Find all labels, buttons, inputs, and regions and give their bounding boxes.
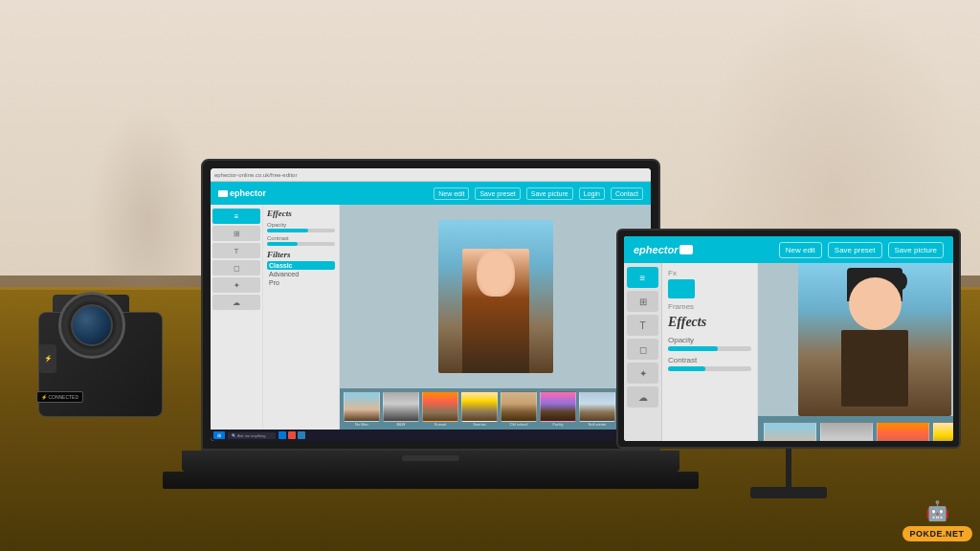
opacity-fill	[267, 229, 308, 232]
monitor-screen: ephector New edit Save preset Save pictu…	[624, 236, 953, 441]
mon-opacity-fill	[668, 346, 718, 351]
mon-thumb-bw-container: B&W	[820, 422, 873, 441]
mon-thumb-nofilter-container: No filter	[764, 422, 816, 441]
contact-button[interactable]: Contact	[611, 187, 643, 200]
monitor-sidebar: ≡ ⊞ T ◻ ✦ ☁	[624, 263, 662, 441]
laptop-base	[182, 451, 679, 472]
monitor-main-image	[758, 263, 953, 416]
label-bw: B&W	[383, 422, 419, 427]
mon-thumb-sunrise[interactable]	[933, 422, 953, 441]
mon-contrast-slider[interactable]	[668, 366, 751, 371]
mon-save-preset[interactable]: Save preset	[828, 242, 882, 258]
thumb-softwinter[interactable]	[579, 391, 615, 422]
label-softwinter: Soft winter	[579, 422, 615, 427]
monitor-stand	[786, 449, 791, 487]
sidebar-menu-icon[interactable]: ≡	[212, 209, 260, 224]
contrast-slider[interactable]	[267, 242, 335, 246]
main-photo-area	[340, 205, 651, 388]
monitor-thumbnail-strip: No filter B&W Sunset	[758, 416, 953, 441]
logo-cam-icon	[218, 190, 228, 197]
monitor: ephector New edit Save preset Save pictu…	[616, 229, 961, 498]
mon-contrast-group: Contrast	[668, 356, 751, 371]
effects-title: Effects	[267, 209, 335, 218]
laptop-app-body: ≡ ⊞ T ◻ ✦ ☁ Effects Opacity	[211, 205, 651, 430]
monitor-nav: New edit Save preset Save picture	[779, 242, 944, 258]
logo-text: ephector	[230, 188, 266, 198]
monitor-photo-person	[832, 277, 918, 416]
label-oldschool: Old school	[501, 422, 537, 427]
laptop-main-content: No filter B&W Sunset Sunrise Old school …	[340, 205, 651, 430]
camera-lens	[58, 292, 125, 359]
taskbar-icon-1[interactable]	[278, 431, 286, 439]
laptop-screen-container: ephector-online.co.uk/free-editor ephect…	[201, 159, 660, 451]
save-picture-button[interactable]: Save picture	[526, 187, 573, 200]
sidebar-text-icon[interactable]: T	[212, 243, 260, 258]
monitor-logo-cam	[679, 245, 693, 254]
save-preset-button[interactable]: Save preset	[475, 187, 520, 200]
url-text: ephector-online.co.uk/free-editor	[214, 172, 297, 178]
login-button[interactable]: Login	[579, 187, 605, 200]
opacity-slider[interactable]	[267, 229, 335, 232]
mon-thumb-nofilter[interactable]	[764, 422, 816, 441]
laptop-app-header: ephector New edit Save preset Save pictu…	[211, 182, 651, 205]
mon-sidebar-cloud[interactable]: ☁	[627, 386, 658, 408]
laptop-nav: New edit Save preset Save picture Login …	[434, 187, 643, 200]
mon-sidebar-menu[interactable]: ≡	[627, 267, 658, 288]
taskbar-search[interactable]: 🔍 Ask me anything	[228, 432, 276, 439]
mon-save-picture[interactable]: Save picture	[888, 242, 944, 258]
thumb-funky[interactable]	[540, 391, 576, 422]
filter-classic[interactable]: Classic	[267, 261, 335, 270]
main-photo	[438, 220, 553, 373]
sidebar-sticker-icon[interactable]: ✦	[212, 277, 260, 293]
sidebar-crop-icon[interactable]: ⊞	[212, 226, 260, 241]
label-sunrise: Sunrise	[461, 422, 498, 427]
mon-new-edit[interactable]: New edit	[779, 242, 822, 258]
pokde-mascot: 🤖	[925, 499, 949, 522]
sidebar-shape-icon[interactable]: ◻	[212, 260, 260, 276]
monitor-frame: ephector New edit Save preset Save pictu…	[616, 229, 961, 449]
mon-thumb-sunrise-container: Sunrise	[933, 422, 953, 441]
laptop-screen: ephector-online.co.uk/free-editor ephect…	[211, 168, 651, 441]
thumb-bw[interactable]	[383, 391, 419, 422]
thumb-sunset[interactable]	[422, 391, 458, 422]
monitor-effects-title: Effects	[668, 315, 751, 330]
filters-title: Filters	[267, 250, 335, 259]
photo-person	[462, 249, 529, 373]
thumbnail-strip	[340, 388, 651, 422]
contrast-label: Contrast	[267, 235, 335, 241]
fx-icon	[668, 279, 695, 298]
monitor-main: No filter B&W Sunset	[758, 263, 953, 441]
taskbar-icon-2[interactable]	[288, 431, 296, 439]
mon-sidebar-shape[interactable]: ◻	[627, 339, 658, 360]
fx-label: Fx	[668, 269, 751, 277]
mon-thumb-sunset-container: Sunset	[877, 422, 929, 441]
mon-opacity-group: Opacity	[668, 336, 751, 351]
filter-advanced[interactable]: Advanced	[267, 270, 335, 278]
monitor-logo: ephector	[634, 244, 678, 255]
mon-contrast-label: Contrast	[668, 356, 751, 364]
taskbar-icon-3[interactable]	[298, 431, 305, 439]
url-bar[interactable]: ephector-online.co.uk/free-editor	[211, 168, 651, 182]
person-head-container	[832, 277, 918, 330]
mon-thumb-sunset[interactable]	[877, 422, 929, 441]
taskbar-pinned-apps	[278, 431, 305, 439]
contrast-fill	[267, 242, 298, 246]
contrast-slider-group: Contrast	[267, 235, 335, 246]
monitor-main-photo	[798, 263, 951, 416]
windows-start-button[interactable]: ⊞	[213, 431, 225, 439]
thumb-oldschool[interactable]	[501, 391, 537, 422]
filter-pro[interactable]: Pro	[267, 278, 335, 287]
taskbar: ⊞ 🔍 Ask me anything 6:35 AM	[211, 430, 651, 441]
sidebar-cloud-icon[interactable]: ☁	[212, 295, 260, 310]
pokde-text: POKDE.NET	[910, 529, 965, 539]
mon-sidebar-crop[interactable]: ⊞	[627, 291, 658, 312]
mon-thumb-bw[interactable]	[820, 422, 873, 441]
new-edit-button[interactable]: New edit	[434, 187, 469, 200]
mon-opacity-slider[interactable]	[668, 346, 751, 351]
pokde-badge: 🤖 POKDE.NET	[902, 526, 972, 541]
monitor-body: ≡ ⊞ T ◻ ✦ ☁ Fx Frames Effects O	[624, 263, 953, 441]
thumb-sunrise[interactable]	[461, 391, 498, 422]
thumb-nofilter[interactable]	[344, 391, 380, 422]
mon-sidebar-text[interactable]: T	[627, 315, 658, 336]
mon-sidebar-sticker[interactable]: ✦	[627, 363, 658, 384]
